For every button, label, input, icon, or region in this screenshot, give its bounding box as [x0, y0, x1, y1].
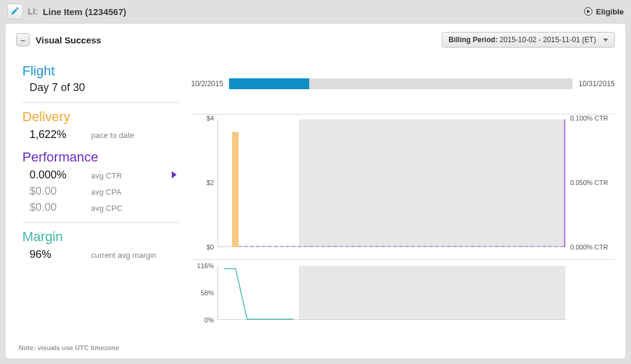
flight-progress-chart: 10/2/2015 10/31/2015 [191, 71, 615, 97]
footnote: Note: visuals use UTC timezone [19, 344, 119, 351]
minus-icon: – [20, 36, 25, 44]
performance-metric-value: $0.00 [30, 185, 84, 198]
expand-triangle-icon[interactable] [172, 171, 177, 178]
y-tick-left: $0 [207, 243, 214, 251]
performance-metric-label: avg CTR [91, 171, 122, 180]
flight-end-date: 10/31/2015 [579, 80, 615, 88]
margin-value: 96% [30, 248, 84, 261]
billing-period-dropdown[interactable]: Billing Period: 2015-10-02 - 2015-11-01 … [442, 32, 615, 48]
y-tick-right: 0.000% CTR [570, 243, 608, 251]
performance-metric-value: 0.000% [30, 169, 84, 181]
margin-heading: Margin [22, 229, 179, 245]
billing-period-value: 2015-10-02 - 2015-11-01 (ET) [500, 36, 596, 44]
flight-heading: Flight [22, 63, 179, 79]
line-item-prefix: LI: [28, 7, 38, 16]
play-circle-icon [584, 7, 592, 16]
performance-metric-row: $0.00avg CPA [22, 185, 179, 198]
forecast-region [299, 119, 564, 247]
status-badge: Eligible [584, 7, 624, 16]
y-tick-left: 58% [201, 289, 214, 297]
delivery-pace-value: 1,622% [30, 128, 84, 141]
margin-chart: 0%58%116% [191, 266, 615, 320]
performance-metric-row: 0.000%avg CTR [22, 169, 179, 181]
performance-heading: Performance [22, 149, 179, 165]
flight-subtitle: Day 7 of 30 [22, 81, 179, 94]
y-tick-right: 0.050% CTR [570, 179, 608, 186]
y-tick-left: 116% [197, 262, 214, 269]
margin-line [218, 266, 565, 320]
billing-period-label: Billing Period: [448, 36, 497, 44]
panel-title: Visual Success [36, 35, 101, 45]
y-tick-right: 0.100% CTR [570, 115, 608, 122]
y-tick-left: $4 [207, 115, 214, 122]
collapse-button[interactable]: – [16, 33, 30, 46]
performance-metric-label: avg CPC [91, 204, 122, 213]
performance-metric-row: $0.00avg CPC [22, 201, 179, 214]
y-tick-left: 0% [204, 316, 214, 324]
y-tick-left: $2 [207, 179, 214, 186]
margin-label: current avg margin [91, 251, 156, 260]
edit-button[interactable] [7, 4, 23, 19]
delivery-performance-chart: $0$2$4 0.000% CTR0.050% CTR0.100% CTR [191, 118, 615, 254]
delivery-bar [232, 132, 239, 247]
status-text: Eligible [596, 7, 624, 16]
ctr-line [232, 246, 564, 247]
delivery-pace-label: pace to date [91, 131, 134, 140]
visual-success-panel: – Visual Success Billing Period: 2015-10… [5, 23, 626, 359]
page-header: LI: Line Item (1234567) Eligible [0, 0, 631, 23]
performance-metric-value: $0.00 [30, 201, 84, 214]
flight-track [229, 78, 573, 89]
flight-fill [229, 78, 309, 89]
pencil-icon [10, 6, 20, 17]
page-title: Line Item (1234567) [43, 7, 126, 17]
performance-metric-label: avg CPA [91, 187, 121, 196]
flight-start-date: 10/2/2015 [191, 80, 223, 88]
delivery-heading: Delivery [22, 109, 179, 125]
